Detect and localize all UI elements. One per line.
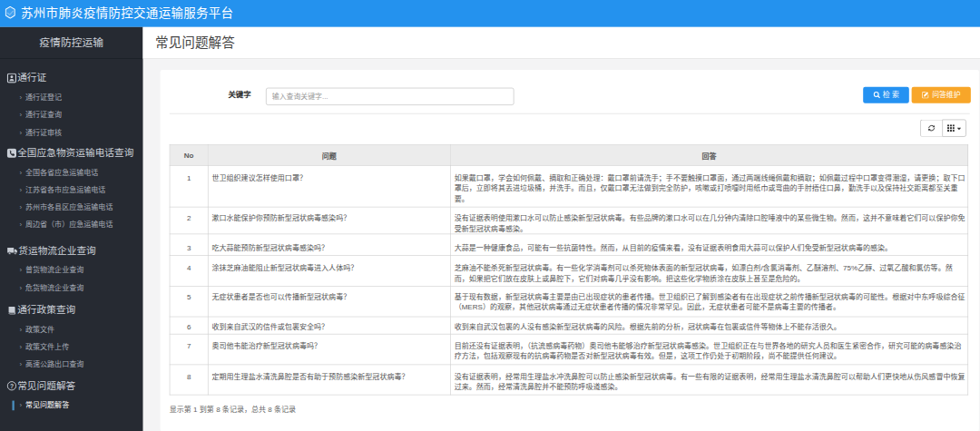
svg-text:?: ?	[10, 382, 14, 388]
